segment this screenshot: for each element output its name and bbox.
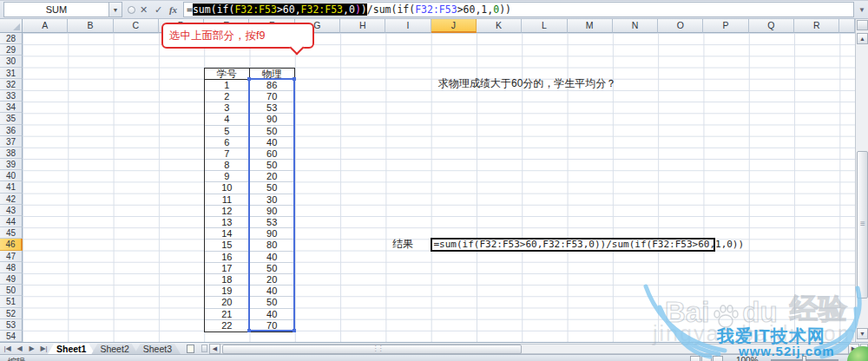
table-cell[interactable]: 40: [250, 137, 294, 148]
column-header-M[interactable]: M: [568, 19, 613, 33]
row-header-50[interactable]: 50: [0, 285, 23, 296]
formula-input[interactable]: =sum(if(F32:F53>60,F32:F53,0))/sum(if(F3…: [183, 2, 854, 17]
column-header-R[interactable]: R: [794, 19, 839, 33]
zoom-slider-thumb[interactable]: [802, 356, 806, 361]
horizontal-scrollbar[interactable]: ◀ ▶: [209, 344, 868, 353]
table-cell[interactable]: 50: [250, 160, 294, 171]
insert-worksheet-button[interactable]: [181, 343, 200, 354]
name-box[interactable]: SUM: [3, 2, 109, 17]
column-header-C[interactable]: C: [114, 19, 159, 33]
page-break-view-button[interactable]: [713, 356, 723, 361]
row-header-41[interactable]: 41: [0, 181, 23, 193]
row-header-33[interactable]: 33: [0, 90, 23, 102]
row-header-35[interactable]: 35: [0, 113, 23, 124]
table-cell[interactable]: 4: [205, 114, 249, 125]
table-cell[interactable]: 10: [205, 182, 249, 194]
row-header-54[interactable]: 54: [0, 331, 23, 342]
table-cell[interactable]: 20: [250, 274, 294, 286]
scroll-down-icon[interactable]: ▼: [857, 328, 868, 339]
table-cell[interactable]: 50: [250, 263, 294, 274]
table-cell[interactable]: 21: [205, 309, 249, 320]
row-header-38[interactable]: 38: [0, 148, 23, 159]
row-header-48[interactable]: 48: [0, 262, 23, 273]
prev-sheet-icon[interactable]: ◀: [15, 345, 24, 352]
row-header-45[interactable]: 45: [0, 227, 23, 239]
cancel-button[interactable]: ✕: [137, 3, 150, 16]
sheet-tab-sheet2[interactable]: Sheet2: [91, 344, 137, 354]
active-cell-formula[interactable]: =sum(if(F32:F53>60,F32:F53,0))/sum(if(F3…: [431, 238, 715, 253]
horizontal-scroll-track[interactable]: [220, 344, 848, 354]
vertical-split-box[interactable]: [857, 20, 868, 30]
table-cell[interactable]: 53: [250, 217, 294, 228]
table-cell[interactable]: 30: [250, 194, 294, 206]
row-header-51[interactable]: 51: [0, 296, 23, 307]
table-cell[interactable]: 6: [205, 137, 249, 148]
table-cell[interactable]: 18: [205, 274, 249, 286]
table-cell[interactable]: 53: [250, 102, 294, 114]
row-header-34[interactable]: 34: [0, 102, 23, 113]
vertical-scroll-thumb[interactable]: [857, 151, 868, 299]
row-header-52[interactable]: 52: [0, 308, 23, 319]
row-header-29[interactable]: 29: [0, 44, 23, 56]
row-header-28[interactable]: 28: [0, 33, 23, 44]
row-header-46[interactable]: 46: [0, 239, 23, 250]
table-cell[interactable]: 90: [250, 228, 294, 240]
row-header-37[interactable]: 37: [0, 136, 23, 148]
table-cell[interactable]: 22: [205, 320, 249, 331]
table-cell[interactable]: 40: [250, 286, 294, 297]
table-cell[interactable]: 20: [250, 171, 294, 182]
row-header-42[interactable]: 42: [0, 194, 23, 205]
column-header-N[interactable]: N: [613, 19, 658, 33]
row-header-32[interactable]: 32: [0, 79, 23, 90]
table-cell[interactable]: 40: [250, 309, 294, 320]
table-cell[interactable]: 12: [205, 206, 249, 217]
table-cell[interactable]: 5: [205, 126, 249, 137]
tab-splitter[interactable]: [201, 345, 207, 352]
vertical-scrollbar[interactable]: ▲ ▼: [855, 19, 868, 342]
select-all-corner[interactable]: [0, 19, 23, 33]
horizontal-scroll-thumb[interactable]: [222, 345, 522, 354]
table-cell[interactable]: 7: [205, 148, 249, 160]
table-cell[interactable]: 16: [205, 252, 249, 263]
column-header-Q[interactable]: Q: [749, 19, 794, 33]
column-header-A[interactable]: A: [23, 19, 68, 33]
scrollbar-splitter[interactable]: [860, 344, 868, 354]
table-cell[interactable]: 19: [205, 286, 249, 297]
insert-function-button[interactable]: fx: [167, 3, 180, 16]
column-header-O[interactable]: O: [658, 19, 703, 33]
table-cell[interactable]: 13: [205, 217, 249, 228]
column-header-J[interactable]: J: [431, 19, 477, 33]
first-sheet-icon[interactable]: |◀: [3, 345, 12, 352]
table-cell[interactable]: 50: [250, 126, 294, 137]
name-box-dropdown-icon[interactable]: ▼: [109, 2, 122, 17]
row-header-43[interactable]: 43: [0, 205, 23, 216]
scroll-up-icon[interactable]: ▲: [857, 33, 868, 44]
sheet-tab-sheet3[interactable]: Sheet3: [135, 344, 181, 354]
table-cell[interactable]: 14: [205, 228, 249, 240]
row-header-47[interactable]: 47: [0, 251, 23, 262]
table-cell[interactable]: 8: [205, 160, 249, 171]
column-header-I[interactable]: I: [385, 19, 431, 33]
table-cell[interactable]: 9: [205, 171, 249, 182]
table-cell[interactable]: 40: [250, 252, 294, 263]
table-cell[interactable]: 80: [250, 240, 294, 251]
table-cell[interactable]: 17: [205, 263, 249, 274]
row-header-30[interactable]: 30: [0, 56, 23, 67]
table-cell[interactable]: 2: [205, 91, 249, 102]
scroll-left-icon[interactable]: ◀: [209, 344, 220, 354]
page-layout-view-button[interactable]: [701, 356, 712, 361]
row-header-31[interactable]: 31: [0, 68, 23, 79]
column-header-K[interactable]: K: [477, 19, 522, 33]
scroll-right-icon[interactable]: ▶: [848, 344, 859, 354]
table-cell[interactable]: 3: [205, 102, 249, 114]
normal-view-button[interactable]: [690, 356, 700, 361]
row-header-36[interactable]: 36: [0, 125, 23, 136]
table-cell[interactable]: 50: [250, 297, 294, 308]
row-header-40[interactable]: 40: [0, 170, 23, 181]
table-cell[interactable]: 70: [250, 320, 294, 331]
row-header-39[interactable]: 39: [0, 159, 23, 170]
student-score-table[interactable]: 学号物理186270353490550640760850920105011301…: [204, 68, 295, 332]
sheet-tab-sheet1[interactable]: Sheet1: [48, 344, 95, 354]
table-cell[interactable]: 20: [205, 297, 249, 308]
table-cell[interactable]: 70: [250, 91, 294, 102]
